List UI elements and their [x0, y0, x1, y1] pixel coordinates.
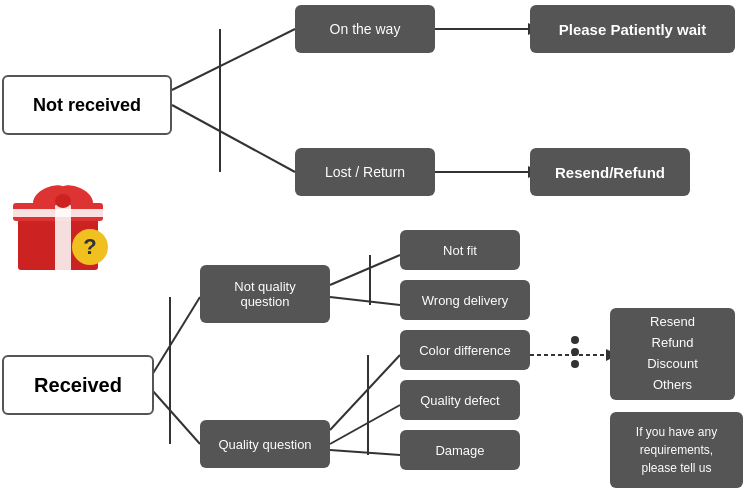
- quality-defect-node: Quality defect: [400, 380, 520, 420]
- svg-line-0: [172, 29, 295, 90]
- gift-box-icon: ?: [8, 175, 128, 285]
- svg-text:?: ?: [83, 234, 96, 259]
- resend-options-node: Resend Refund Discount Others: [610, 308, 735, 400]
- resend-refund-top-node: Resend/Refund: [530, 148, 690, 196]
- diagram: ? Not received On the way Please Patient…: [0, 0, 750, 500]
- svg-line-8: [152, 390, 200, 444]
- svg-line-14: [330, 405, 400, 444]
- not-fit-node: Not fit: [400, 230, 520, 270]
- svg-line-13: [330, 355, 400, 430]
- color-difference-node: Color difference: [400, 330, 530, 370]
- lost-return-node: Lost / Return: [295, 148, 435, 196]
- requirements-node: If you have any requirements, please tel…: [610, 412, 743, 488]
- wrong-delivery-node: Wrong delivery: [400, 280, 530, 320]
- svg-line-15: [330, 450, 400, 455]
- svg-point-28: [55, 194, 71, 208]
- damage-node: Damage: [400, 430, 520, 470]
- svg-point-20: [571, 348, 579, 356]
- svg-line-7: [152, 297, 200, 375]
- received-node: Received: [2, 355, 154, 415]
- please-wait-node: Please Patiently wait: [530, 5, 735, 53]
- svg-line-10: [330, 255, 400, 285]
- quality-question-node: Quality question: [200, 420, 330, 468]
- on-the-way-node: On the way: [295, 5, 435, 53]
- svg-rect-25: [13, 209, 103, 217]
- svg-line-3: [172, 105, 295, 172]
- svg-line-11: [330, 297, 400, 305]
- svg-point-21: [571, 360, 579, 368]
- svg-point-19: [571, 336, 579, 344]
- not-received-node: Not received: [2, 75, 172, 135]
- not-quality-node: Not quality question: [200, 265, 330, 323]
